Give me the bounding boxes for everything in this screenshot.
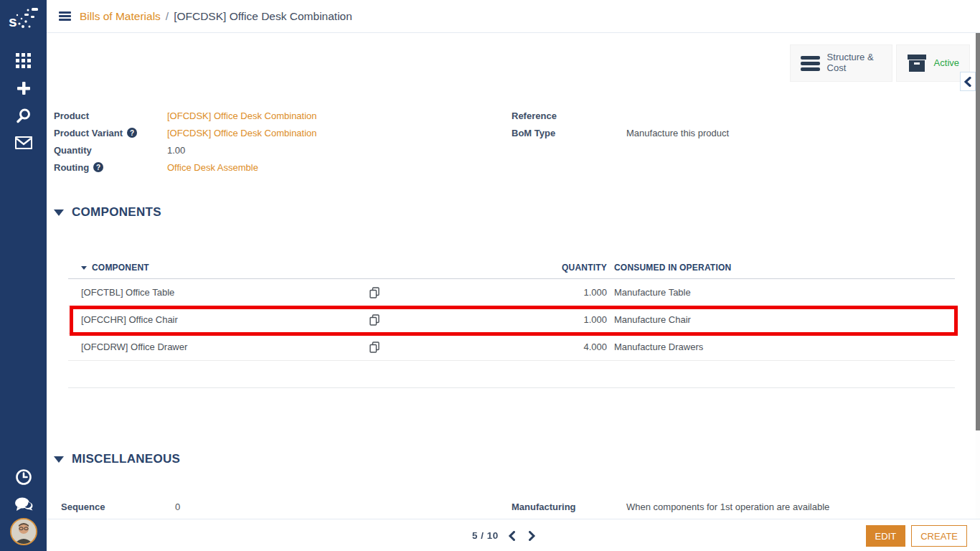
routing-value-link[interactable]: Office Desk Assemble <box>167 162 258 173</box>
copy-pages-icon <box>360 314 389 326</box>
routing-label: Routing <box>54 162 89 173</box>
svg-text:s: s <box>9 13 17 29</box>
quantity-value: 1.00 <box>167 145 185 156</box>
product-label: Product <box>54 110 167 121</box>
field-product: Product [OFCDSK] Office Desk Combination <box>54 107 317 124</box>
chevron-right-icon <box>529 531 536 541</box>
field-reference: Reference <box>512 107 729 124</box>
help-icon[interactable]: ? <box>93 162 103 172</box>
chevron-left-icon <box>964 77 971 87</box>
topbar: Bills of Materials / [OFCDSK] Office Des… <box>47 0 980 33</box>
table-footer-space <box>68 361 955 388</box>
help-icon[interactable]: ? <box>127 128 137 138</box>
column-header-quantity[interactable]: QUANTITY <box>389 263 607 273</box>
table-row[interactable]: [OFCTBL] Office Table 1.000 Manufacture … <box>68 279 955 306</box>
activity-clock-icon[interactable] <box>0 463 47 491</box>
caret-down-icon <box>54 456 64 463</box>
components-table: COMPONENT QUANTITY CONSUMED IN OPERATION… <box>68 257 955 388</box>
form-left-column: Product [OFCDSK] Office Desk Combination… <box>54 107 317 176</box>
field-bom-type: BoM Type Manufacture this product <box>512 124 729 141</box>
copy-pages-icon <box>360 342 389 353</box>
sequence-label: Sequence <box>61 501 175 512</box>
breadcrumb-current: [OFCDSK] Office Desk Combination <box>174 10 352 23</box>
user-avatar[interactable] <box>10 518 37 545</box>
table-row[interactable]: [OFCDRW] Office Drawer 4.000 Manufacture… <box>68 334 955 361</box>
caret-down-icon <box>54 209 64 216</box>
collapse-chevron-button[interactable] <box>960 72 976 91</box>
structure-cost-button[interactable]: Structure & Cost <box>790 44 892 82</box>
bom-type-label: BoM Type <box>512 128 626 138</box>
column-header-operation[interactable]: CONSUMED IN OPERATION <box>607 263 955 273</box>
app-logo[interactable]: s <box>7 4 40 34</box>
archive-box-icon <box>907 54 927 72</box>
scrollbar-thumb[interactable] <box>976 33 980 430</box>
active-label: Active <box>934 58 959 69</box>
bars-icon <box>801 56 820 71</box>
misc-left-column: Sequence 0 <box>61 498 180 515</box>
table-row-highlighted[interactable]: [OFCCHR] Office Chair 1.000 Manufacture … <box>68 306 955 334</box>
main-panel: Bills of Materials / [OFCDSK] Office Des… <box>47 0 980 551</box>
footer-bar: 5 / 10 EDIT CREATE <box>47 519 980 551</box>
pager-next-button[interactable] <box>526 527 539 545</box>
table-header-row: COMPONENT QUANTITY CONSUMED IN OPERATION <box>68 257 955 279</box>
manufacturing-label: Manufacturing <box>512 501 626 512</box>
reference-label: Reference <box>512 110 626 121</box>
chevron-left-icon <box>509 531 516 541</box>
components-section-toggle[interactable]: COMPONENTS <box>54 205 161 220</box>
components-section-title: COMPONENTS <box>72 205 161 220</box>
miscellaneous-section-toggle[interactable]: MISCELLANEOUS <box>54 452 180 466</box>
apps-grid-icon[interactable] <box>0 47 47 75</box>
form-right-column: Reference BoM Type Manufacture this prod… <box>512 107 729 141</box>
column-header-component[interactable]: COMPONENT <box>68 263 360 273</box>
edit-button[interactable]: EDIT <box>866 525 906 547</box>
active-archive-button[interactable]: Active <box>896 44 970 82</box>
field-manufacturing: Manufacturing When components for 1st op… <box>512 498 829 515</box>
structure-cost-label: Structure & Cost <box>827 52 882 74</box>
app-sidebar: s <box>0 0 47 551</box>
menu-hamburger-icon[interactable] <box>59 9 71 22</box>
breadcrumb-parent-link[interactable]: Bills of Materials <box>80 10 161 23</box>
bom-type-value: Manufacture this product <box>626 128 729 138</box>
miscellaneous-section-title: MISCELLANEOUS <box>72 452 180 466</box>
misc-right-column: Manufacturing When components for 1st op… <box>512 498 829 515</box>
mail-icon[interactable] <box>0 129 47 156</box>
create-button[interactable]: CREATE <box>911 525 967 547</box>
field-product-variant: Product Variant ? [OFCDSK] Office Desk C… <box>54 124 317 141</box>
field-routing: Routing ? Office Desk Assemble <box>54 159 317 176</box>
pager: 5 / 10 <box>472 519 539 551</box>
pager-previous-button[interactable] <box>506 527 519 545</box>
chat-icon[interactable] <box>0 491 47 518</box>
field-quantity: Quantity 1.00 <box>54 141 317 159</box>
create-plus-icon[interactable] <box>0 75 47 102</box>
sort-caret-icon <box>81 266 87 270</box>
form-view: Structure & Cost Active Product <box>47 33 980 551</box>
quantity-label: Quantity <box>54 145 167 156</box>
manufacturing-value: When components for 1st operation are av… <box>626 501 829 512</box>
sequence-value: 0 <box>175 501 180 512</box>
search-icon[interactable] <box>0 102 47 129</box>
footer-buttons: EDIT CREATE <box>866 525 967 547</box>
breadcrumb-separator: / <box>166 10 169 23</box>
product-value-link[interactable]: [OFCDSK] Office Desk Combination <box>167 110 317 121</box>
copy-pages-icon <box>360 287 389 298</box>
stat-button-area: Structure & Cost Active <box>790 44 970 82</box>
field-sequence: Sequence 0 <box>61 498 180 515</box>
pager-count: 5 / 10 <box>472 530 499 541</box>
product-variant-label: Product Variant <box>54 128 123 138</box>
scrollbar-track <box>976 33 980 551</box>
product-variant-value-link[interactable]: [OFCDSK] Office Desk Combination <box>167 128 317 138</box>
